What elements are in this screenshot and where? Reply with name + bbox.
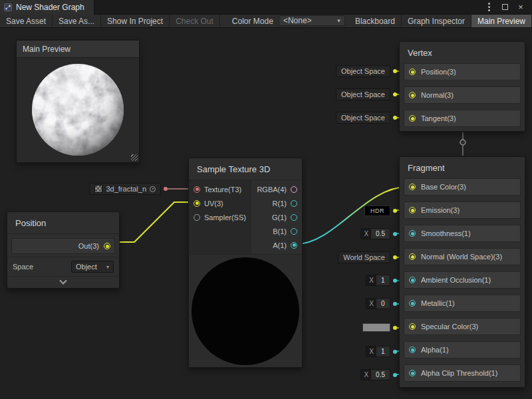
output-r[interactable]: R(1) [251,196,302,210]
save-asset-button[interactable]: Save Asset [0,15,53,27]
fragment-row-alpha-clip[interactable]: Alpha Clip Threshold(1) [404,364,521,382]
input-uv[interactable]: UV(3) [189,196,251,210]
shader-graph-icon [4,3,12,11]
menu-kebab-icon[interactable] [483,1,495,13]
vertex-node[interactable]: Vertex Position(3) Normal(3) Tangent(3) [399,41,525,132]
sampler-input-port[interactable] [194,214,200,221]
g-output-port[interactable] [291,214,297,221]
uv-input-port[interactable] [194,200,200,207]
maximize-icon[interactable] [499,1,511,13]
specular-color-swatch[interactable] [362,323,390,332]
close-icon[interactable]: × [515,1,527,13]
normal-ws-input-port[interactable] [409,253,416,260]
fragment-row-specular-color[interactable]: Specular Color(3) [404,318,521,335]
main-preview-panel[interactable]: Main Preview [16,40,140,163]
chip-smoothness-value[interactable]: X0.5 [360,228,397,239]
blackboard-toggle[interactable]: Blackboard [349,15,402,27]
position-node[interactable]: Position Out(3) Space Object ▾ [7,211,120,289]
alpha-clip-input-port[interactable] [409,370,416,376]
sample-texture-3d-node[interactable]: Sample Texture 3D Texture(T3) UV(3) Samp… [188,158,303,368]
texture-input-port[interactable] [194,186,200,193]
output-b[interactable]: B(1) [251,224,302,238]
fragment-row-alpha[interactable]: Alpha(1) [404,341,521,358]
main-preview-header[interactable]: Main Preview [17,41,139,58]
chevron-down-icon [59,277,66,284]
chip-metallic-value[interactable]: X0 [366,298,397,309]
fragment-row-ambient-occlusion[interactable]: Ambient Occlusion(1) [404,271,521,289]
position-out-row[interactable]: Out(3) [11,238,115,254]
window-titlebar: New Shader Graph × [0,0,532,15]
emission-input-port[interactable] [409,207,416,213]
fragment-node[interactable]: Fragment Base Color(3) Emission(3) Smoot… [399,156,525,388]
toolbar-spacer [220,15,227,27]
smoothness-input-port[interactable] [409,230,416,237]
chevron-down-icon: ▾ [337,17,340,24]
texture-object-field[interactable]: 3d_fractal_n [89,183,168,195]
graph-inspector-toggle[interactable]: Graph Inspector [402,15,471,27]
color-mode-dropdown[interactable]: <None> ▾ [279,15,345,26]
wire-dot [393,279,397,283]
ambient-occlusion-input-port[interactable] [409,277,416,283]
vertex-row-position[interactable]: Position(3) [404,63,521,80]
input-texture[interactable]: Texture(T3) [189,182,251,196]
specular-color-input-port[interactable] [409,323,416,330]
out-output-port[interactable] [104,243,110,249]
base-color-input-port[interactable] [409,184,416,190]
hdr-color-field[interactable]: HDR [364,205,390,216]
chip-normal-space[interactable]: Object Space [336,88,397,100]
rgba-output-port[interactable] [291,186,297,193]
object-picker-icon[interactable] [150,186,156,192]
show-in-project-button[interactable]: Show In Project [101,15,170,27]
normal-row-label: Normal(3) [421,91,454,99]
fragment-row-metallic[interactable]: Metallic(1) [404,295,521,312]
alpha-clip-field[interactable]: 0.5 [371,370,390,380]
position-input-port[interactable] [409,68,416,75]
alpha-field[interactable]: 1 [376,346,390,356]
chip-tangent-space[interactable]: Object Space [336,112,397,124]
position-node-title: Position [7,212,119,234]
chip-ambient-occlusion-value[interactable]: X1 [366,275,397,286]
input-sampler[interactable]: Sampler(SS) [189,210,251,224]
graph-canvas[interactable]: Main Preview [0,28,532,399]
ambient-occlusion-field[interactable]: 1 [376,275,390,285]
output-rgba[interactable]: RGBA(4) [251,182,302,196]
output-a[interactable]: A(1) [251,238,302,252]
normal-input-port[interactable] [409,92,416,98]
wire-dot [393,92,397,96]
preview-sphere[interactable] [31,63,124,156]
chevron-down-icon: ▾ [106,264,109,270]
r-output-port[interactable] [291,200,297,207]
chip-alpha-clip-value[interactable]: X0.5 [360,369,397,380]
node-collapse-button[interactable] [7,276,119,288]
fragment-row-smoothness[interactable]: Smoothness(1) [404,225,521,242]
b-output-port[interactable] [291,228,297,235]
tangent-input-port[interactable] [409,115,416,122]
chip-emission-hdr[interactable]: HDR [364,205,397,216]
metallic-field[interactable]: 0 [376,299,390,309]
vertex-row-normal[interactable]: Normal(3) [404,86,521,104]
save-as-button[interactable]: Save As... [53,15,101,27]
fragment-row-base-color[interactable]: Base Color(3) [404,178,521,196]
edge-position-to-uv[interactable] [112,202,194,242]
a-output-port[interactable] [291,242,297,249]
wire-dot [393,116,397,120]
wire-dot [393,350,397,354]
output-g[interactable]: G(1) [251,210,302,224]
chip-specular-swatch[interactable] [362,323,397,332]
color-mode-value: <None> [283,16,312,25]
alpha-input-port[interactable] [409,346,416,353]
tab-new-shader-graph[interactable]: New Shader Graph [0,0,94,15]
vertex-row-tangent[interactable]: Tangent(3) [404,110,521,127]
smoothness-field[interactable]: 0.5 [371,229,390,239]
chip-normal-ws-space[interactable]: World Space [338,251,397,263]
resize-grip-icon[interactable] [131,154,138,161]
metallic-input-port[interactable] [409,300,416,307]
tab-title: New Shader Graph [16,3,84,12]
space-dropdown[interactable]: Object ▾ [71,261,114,273]
main-preview-body[interactable] [17,58,139,162]
fragment-row-normal-ws[interactable]: Normal (World Space)(3) [404,248,521,265]
fragment-row-emission[interactable]: Emission(3) [404,201,521,219]
chip-alpha-value[interactable]: X1 [366,346,397,357]
main-preview-toggle[interactable]: Main Preview [471,15,532,27]
chip-position-space[interactable]: Object Space [336,65,397,77]
